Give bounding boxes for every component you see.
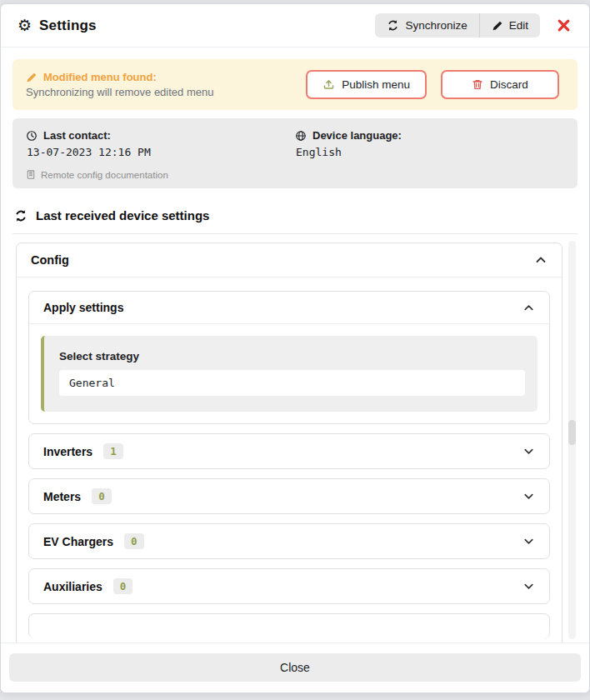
- inverters-label: Inverters: [43, 445, 92, 458]
- config-accordion: Config Apply settings: [16, 242, 562, 642]
- modal-header: ⚙ Settings Synchronize: [1, 4, 589, 48]
- chevron-up-icon: [522, 302, 535, 314]
- ev-chargers-accordion: EV Chargers 0: [28, 523, 550, 559]
- strategy-panel: Select strategy General: [41, 336, 538, 412]
- strategy-label: Select strategy: [59, 350, 525, 362]
- warning-title: Modified menu found:: [43, 71, 157, 83]
- clock-icon: [26, 130, 38, 142]
- title-wrap: ⚙ Settings: [18, 18, 97, 34]
- upload-icon: [322, 78, 335, 91]
- clipped-accordion-card[interactable]: [28, 613, 550, 638]
- device-info-box: Last contact: 13-07-2023 12:16 PM: [12, 118, 578, 188]
- chevron-down-icon: [522, 445, 535, 458]
- pencil-icon: [26, 72, 38, 83]
- chevron-down-icon: [522, 580, 535, 592]
- device-language-label-row: Device language:: [295, 129, 564, 142]
- remote-config-doc-link[interactable]: Remote config documentation: [26, 169, 564, 180]
- publish-menu-button[interactable]: Publish menu: [306, 70, 427, 99]
- settings-scroll-area[interactable]: Config Apply settings: [12, 234, 578, 642]
- page-title: Settings: [39, 18, 97, 34]
- trash-icon: [472, 78, 483, 91]
- settings-modal: ⚙ Settings Synchronize: [0, 3, 590, 693]
- synchronize-button[interactable]: Synchronize: [375, 13, 478, 38]
- modal-body: Modified menu found: Synchronizing will …: [1, 48, 589, 642]
- meters-header[interactable]: Meters 0: [29, 479, 549, 513]
- warning-actions: Publish menu Discard: [306, 70, 564, 99]
- inverters-accordion: Inverters 1: [28, 433, 550, 469]
- book-icon: [26, 169, 36, 180]
- device-language-label: Device language:: [312, 129, 402, 142]
- edit-label: Edit: [509, 19, 528, 32]
- auxiliaries-header[interactable]: Auxiliaries 0: [29, 569, 549, 603]
- device-language-value: English: [296, 146, 564, 158]
- modified-menu-banner: Modified menu found: Synchronizing will …: [12, 59, 578, 110]
- discard-label: Discard: [490, 78, 528, 91]
- inverters-count-badge: 1: [103, 443, 123, 459]
- modal-footer: Close: [1, 642, 589, 692]
- strategy-value-field[interactable]: General: [59, 370, 525, 396]
- warning-title-row: Modified menu found:: [26, 71, 306, 83]
- chevron-up-icon: [534, 253, 548, 267]
- ev-chargers-label: EV Chargers: [43, 535, 113, 548]
- ev-chargers-count-badge: 0: [124, 533, 144, 549]
- last-contact-block: Last contact: 13-07-2023 12:16 PM: [26, 129, 295, 158]
- close-icon[interactable]: [557, 18, 571, 32]
- apply-settings-header[interactable]: Apply settings: [29, 292, 549, 324]
- refresh-icon: [387, 19, 399, 32]
- apply-settings-accordion: Apply settings Select strategy General: [28, 291, 550, 424]
- ev-chargers-header[interactable]: EV Chargers 0: [29, 524, 549, 558]
- chevron-down-icon: [522, 490, 535, 502]
- meters-accordion: Meters 0: [28, 478, 550, 514]
- gear-icon: ⚙: [18, 18, 32, 33]
- device-language-block: Device language: English: [295, 129, 564, 158]
- last-contact-label: Last contact:: [43, 129, 111, 142]
- scrollbar[interactable]: [568, 241, 576, 639]
- last-contact-value: 13-07-2023 12:16 PM: [27, 146, 295, 158]
- auxiliaries-count-badge: 0: [113, 578, 133, 594]
- section-title: Last received device settings: [36, 208, 209, 222]
- publish-menu-label: Publish menu: [342, 78, 410, 91]
- auxiliaries-accordion: Auxiliaries 0: [28, 568, 550, 604]
- last-received-heading: Last received device settings: [14, 208, 576, 222]
- close-button[interactable]: Close: [9, 653, 581, 682]
- config-accordion-body: Apply settings Select strategy General: [17, 278, 562, 642]
- refresh-icon: [14, 209, 28, 222]
- inverters-header[interactable]: Inverters 1: [29, 434, 549, 468]
- remote-config-doc-label: Remote config documentation: [41, 170, 168, 180]
- header-button-group: Synchronize Edit: [375, 13, 540, 38]
- config-accordion-header[interactable]: Config: [17, 243, 562, 278]
- warning-message: Synchronizing will remove edited menu: [26, 86, 306, 98]
- scrollbar-thumb[interactable]: [568, 420, 576, 445]
- last-contact-label-row: Last contact:: [26, 129, 295, 142]
- info-columns: Last contact: 13-07-2023 12:16 PM: [26, 129, 564, 158]
- pencil-icon: [492, 20, 503, 32]
- discard-button[interactable]: Discard: [441, 70, 559, 99]
- auxiliaries-label: Auxiliaries: [43, 580, 102, 593]
- synchronize-label: Synchronize: [405, 19, 467, 32]
- chevron-down-icon: [522, 535, 535, 548]
- meters-count-badge: 0: [92, 488, 112, 504]
- config-label: Config: [31, 253, 69, 267]
- apply-settings-body: Select strategy General: [29, 324, 549, 423]
- apply-settings-label: Apply settings: [43, 301, 123, 314]
- warning-texts: Modified menu found: Synchronizing will …: [26, 71, 306, 98]
- meters-label: Meters: [43, 490, 81, 503]
- globe-icon: [295, 130, 307, 142]
- edit-button[interactable]: Edit: [479, 13, 540, 38]
